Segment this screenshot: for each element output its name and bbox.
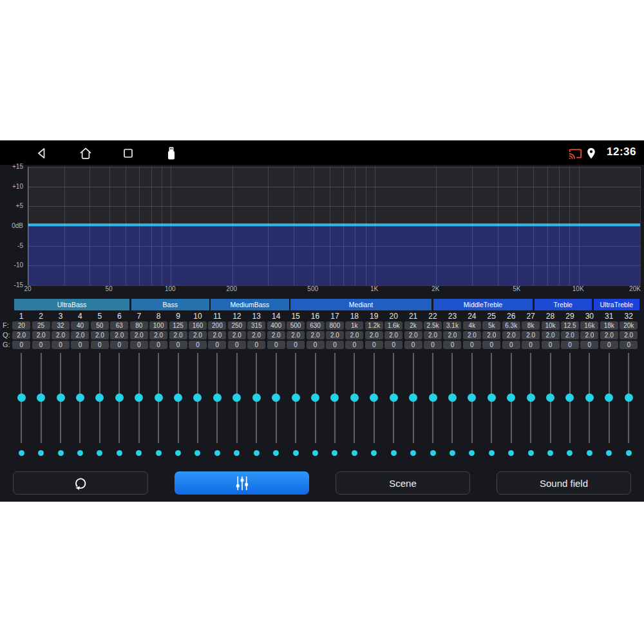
gain-slider-knob[interactable] <box>585 393 594 402</box>
band-q-value: 2.0 <box>189 331 207 339</box>
gain-slider-knob[interactable] <box>448 393 457 402</box>
frequency-axis-label: 1K <box>370 285 378 292</box>
status-bar: 12:36 <box>0 140 644 165</box>
band-dot <box>626 450 632 456</box>
band-q-value: 2.0 <box>247 331 265 339</box>
band-gain-value: 0 <box>345 341 363 349</box>
gain-slider-knob[interactable] <box>193 393 202 402</box>
gain-slider-knob[interactable] <box>625 393 633 402</box>
band-gain-value: 0 <box>424 341 442 349</box>
band-frequency-value: 18k <box>600 321 618 330</box>
back-icon[interactable] <box>34 146 50 161</box>
band-gain-value: 0 <box>600 341 618 349</box>
band-number: 32 <box>619 312 638 321</box>
gain-slider-knob[interactable] <box>429 393 437 402</box>
frequency-axis-label: 500 <box>307 285 318 292</box>
band-dot <box>136 450 142 456</box>
band-group-bass: Bass <box>131 299 210 310</box>
band-q-value: 2.0 <box>32 331 50 339</box>
gain-slider-knob[interactable] <box>272 393 280 402</box>
band-dot <box>391 450 397 456</box>
band-q-value: 2.0 <box>228 331 246 339</box>
gain-slider-knob[interactable] <box>390 393 398 402</box>
band-q-value: 2.0 <box>149 331 167 339</box>
gain-slider-knob[interactable] <box>330 393 339 402</box>
gain-slider-knob[interactable] <box>565 393 574 402</box>
gain-slider-knob[interactable] <box>135 393 143 402</box>
gain-slider-knob[interactable] <box>17 393 26 402</box>
band-frequency-value: 250 <box>228 321 246 330</box>
band-number: 27 <box>521 312 540 321</box>
band-gain-value: 0 <box>542 341 560 349</box>
band-dot <box>214 450 220 456</box>
band-gain-value: 0 <box>208 341 226 349</box>
band-gain-value: 0 <box>149 341 167 349</box>
band-dot <box>58 450 64 456</box>
grid-line-horizontal <box>28 246 640 247</box>
band-q-value: 2.0 <box>424 331 442 339</box>
gain-slider-knob[interactable] <box>527 393 535 402</box>
band-frequency-value: 32 <box>52 321 70 330</box>
band-gain-value: 0 <box>130 341 148 349</box>
band-dot <box>97 450 102 456</box>
reset-icon <box>72 475 90 492</box>
band-group-treble: Treble <box>535 299 592 310</box>
usb-icon[interactable] <box>164 146 179 161</box>
band-group-ultrabass: UltraBass <box>14 299 129 310</box>
band-number: 5 <box>90 312 109 321</box>
band-number: 11 <box>207 312 227 321</box>
eq-response-graph <box>28 167 640 285</box>
band-q-value: 2.0 <box>463 331 481 339</box>
band-number: 30 <box>580 312 599 321</box>
band-frequency-value: 4k <box>463 321 481 330</box>
gain-slider-knob[interactable] <box>370 393 378 402</box>
eq-button[interactable] <box>175 471 309 495</box>
band-frequency-value: 315 <box>247 321 265 330</box>
band-q-value: 2.0 <box>71 331 89 339</box>
gain-slider-knob[interactable] <box>115 393 124 402</box>
band-number: 13 <box>247 312 266 321</box>
db-axis-label: 0dB <box>0 223 23 229</box>
reset-button[interactable] <box>13 471 148 495</box>
grid-line-horizontal <box>28 285 640 286</box>
gain-slider-knob[interactable] <box>213 393 222 402</box>
grid-line-horizontal <box>28 167 640 167</box>
band-q-value: 2.0 <box>169 331 187 339</box>
gain-slider-knob[interactable] <box>57 393 65 402</box>
cast-icon <box>569 147 582 160</box>
gain-slider-knob[interactable] <box>468 393 476 402</box>
db-axis-label: -10 <box>0 262 23 269</box>
eq-curve-fill <box>28 226 640 285</box>
band-group-ultratreble: UltraTreble <box>594 299 640 310</box>
gain-slider-knob[interactable] <box>350 393 359 402</box>
gain-slider-knob[interactable] <box>232 393 241 402</box>
recents-icon[interactable] <box>120 146 136 161</box>
gain-slider-knob[interactable] <box>311 393 319 402</box>
gain-slider-knob[interactable] <box>292 393 300 402</box>
sound-field-button-label: Sound field <box>540 478 588 489</box>
gain-slider-knob[interactable] <box>37 393 45 402</box>
gain-slider-knob[interactable] <box>155 393 163 402</box>
home-icon[interactable] <box>78 146 93 161</box>
band-q-value: 2.0 <box>365 331 383 339</box>
gain-slider-knob[interactable] <box>409 393 417 402</box>
sound-field-button[interactable]: Sound field <box>497 471 631 495</box>
head-unit-screen: 12:36 +15+10+50dB-5-10-15 20501002005001… <box>0 140 644 502</box>
band-frequency-value: 400 <box>267 321 285 330</box>
gain-slider-knob[interactable] <box>488 393 496 402</box>
clock: 12:36 <box>607 146 636 158</box>
gain-slider-knob[interactable] <box>95 393 104 402</box>
gain-slider-knob[interactable] <box>174 393 182 402</box>
gain-slider-knob[interactable] <box>252 393 261 402</box>
band-number: 21 <box>404 312 423 321</box>
gain-slider-knob[interactable] <box>605 393 613 402</box>
gain-slider-knob[interactable] <box>507 393 515 402</box>
band-gain-value: 0 <box>228 341 246 349</box>
frequency-axis-label: 20K <box>629 285 641 292</box>
equalizer-icon <box>232 475 252 491</box>
gain-slider-knob[interactable] <box>76 393 84 402</box>
gain-slider-knob[interactable] <box>546 393 554 402</box>
band-number: 2 <box>32 312 51 321</box>
band-q-value: 2.0 <box>542 331 560 339</box>
scene-button[interactable]: Scene <box>336 471 470 495</box>
